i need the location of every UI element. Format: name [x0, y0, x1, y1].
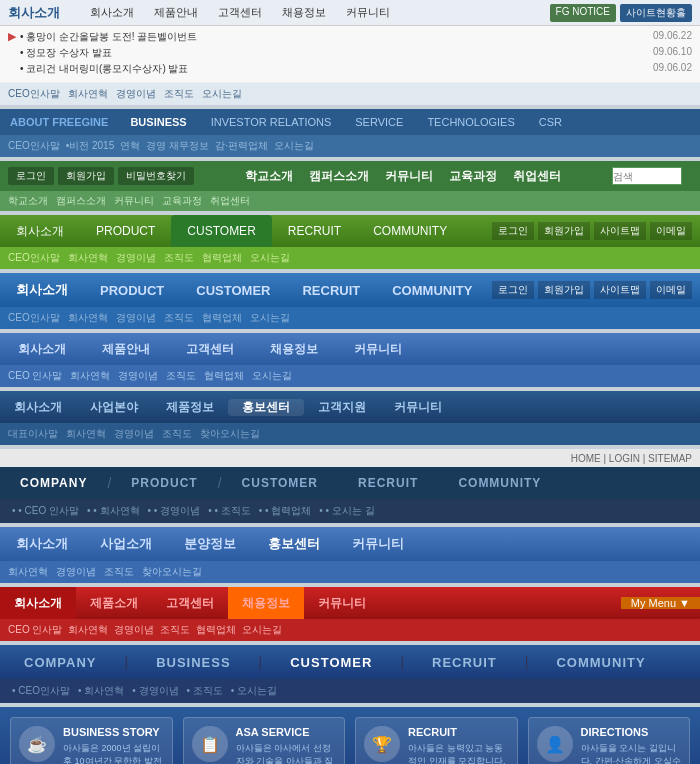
company1-sub-dir[interactable]: 오시는길: [252, 369, 292, 383]
company2-customer[interactable]: CUSTOMER: [222, 476, 338, 490]
about-nav-business[interactable]: BUSINESS: [118, 109, 198, 135]
sub-item-history[interactable]: 회사연혁: [68, 87, 108, 101]
blue1-sitemap-btn[interactable]: 사이트맵: [594, 281, 646, 299]
red-sub-5[interactable]: 오시는길: [242, 623, 282, 637]
company3-sub-0[interactable]: • CEO인사말: [12, 684, 70, 698]
blue1-login-btn[interactable]: 로그인: [492, 281, 534, 299]
company1-sub-partner[interactable]: 협력업체: [204, 369, 244, 383]
green-item-customer[interactable]: CUSTOMER: [171, 215, 271, 247]
company1-sub-org[interactable]: 조직도: [166, 369, 196, 383]
red-product[interactable]: 제품소개: [76, 587, 152, 619]
blue1-register-btn[interactable]: 회원가입: [538, 281, 590, 299]
promo2-sub-0[interactable]: 회사연혁: [8, 565, 48, 579]
promo-company[interactable]: 회사소개: [0, 399, 76, 416]
school-sub-4[interactable]: 교육과정: [162, 194, 202, 208]
company1-community[interactable]: 커뮤니티: [336, 341, 420, 358]
sub-item-ceo[interactable]: CEO인사말: [8, 87, 60, 101]
blue1-sub-dir[interactable]: 오시는길: [250, 311, 290, 325]
nav-item-recruit[interactable]: 채용정보: [272, 5, 336, 20]
promo2-sub-2[interactable]: 조직도: [104, 565, 134, 579]
red-sub-4[interactable]: 협력업체: [196, 623, 236, 637]
notice-title-2[interactable]: • 정모장 수상자 발표: [20, 46, 112, 60]
blue-item-recruit[interactable]: RECRUIT: [286, 283, 376, 298]
company2-sub-1[interactable]: • 회사연혁: [87, 504, 140, 518]
notice-title-3[interactable]: • 코리건 내머링미(롱모지수상자) 발표: [20, 62, 189, 76]
red-company[interactable]: 회사소개: [0, 587, 76, 619]
company2-sub-0[interactable]: • CEO 인사말: [12, 504, 79, 518]
red-mymenu[interactable]: My Menu ▼: [621, 597, 700, 609]
promo-sub-2[interactable]: 경영이념: [114, 427, 154, 441]
blue-item-community[interactable]: COMMUNITY: [376, 283, 488, 298]
blue1-sub-org[interactable]: 조직도: [164, 311, 194, 325]
company1-product[interactable]: 제품안내: [84, 341, 168, 358]
red-customer[interactable]: 고객센터: [152, 587, 228, 619]
promo-sub-1[interactable]: 회사연혁: [66, 427, 106, 441]
blue1-email-btn[interactable]: 이메일: [650, 281, 692, 299]
green-sitemap-btn[interactable]: 사이트맵: [594, 222, 646, 240]
company3-sub-3[interactable]: • 조직도: [187, 684, 223, 698]
about-sub-mgmt[interactable]: 경영 재무정보: [146, 139, 209, 153]
sitemap-btn[interactable]: 사이트현황홀: [620, 4, 692, 22]
about-nav-service[interactable]: SERVICE: [343, 109, 415, 135]
company2-sub-5[interactable]: • 오시는 길: [319, 504, 374, 518]
company1-customer[interactable]: 고객센터: [168, 341, 252, 358]
nav-item-community[interactable]: 커뮤니티: [336, 5, 400, 20]
nav-item-product[interactable]: 제품안내: [144, 5, 208, 20]
promo2-company[interactable]: 회사소개: [0, 535, 84, 553]
register-btn[interactable]: 회원가입: [58, 167, 114, 185]
school-item-community[interactable]: 커뮤니티: [385, 168, 433, 185]
school-sub-1[interactable]: 학교소개: [8, 194, 48, 208]
about-sub-ceo[interactable]: CEO인사말: [8, 139, 60, 153]
company2-community[interactable]: COMMUNITY: [438, 476, 561, 490]
company3-customer[interactable]: CUSTOMER: [266, 655, 396, 670]
school-item-intro[interactable]: 학교소개: [245, 168, 293, 185]
login-btn[interactable]: 로그인: [8, 167, 54, 185]
company1-company[interactable]: 회사소개: [0, 341, 84, 358]
school-search-input[interactable]: [612, 167, 682, 185]
find-pwd-btn[interactable]: 비밀번호찾기: [118, 167, 194, 185]
company3-sub-1[interactable]: • 회사연혁: [78, 684, 124, 698]
nav-item-customer[interactable]: 고객센터: [208, 5, 272, 20]
about-nav-csr[interactable]: CSR: [527, 109, 574, 135]
promo-promo[interactable]: 홍보센터: [228, 399, 304, 416]
green-item-recruit[interactable]: RECRUIT: [272, 215, 357, 247]
blue1-sub-ceo[interactable]: CEO인사말: [8, 311, 60, 325]
promo-sub-4[interactable]: 찾아오시는길: [200, 427, 260, 441]
green-sub-history[interactable]: 회사연혁: [68, 251, 108, 265]
promo-support[interactable]: 고객지원: [304, 399, 380, 416]
school-sub-5[interactable]: 취업센터: [210, 194, 250, 208]
company3-sub-2[interactable]: • 경영이념: [132, 684, 178, 698]
green-item-product[interactable]: PRODUCT: [80, 215, 171, 247]
school-item-job[interactable]: 취업센터: [513, 168, 561, 185]
blue1-sub-history[interactable]: 회사연혁: [68, 311, 108, 325]
company3-sub-4[interactable]: • 오시는길: [231, 684, 277, 698]
promo2-promo[interactable]: 홍보센터: [252, 535, 336, 553]
green-sub-partner[interactable]: 협력업체: [202, 251, 242, 265]
promo-sub-0[interactable]: 대표이사말: [8, 427, 58, 441]
company3-recruit[interactable]: RECRUIT: [408, 655, 521, 670]
red-sub-0[interactable]: CEO 인사말: [8, 623, 62, 637]
green-item-company[interactable]: 회사소개: [0, 215, 80, 247]
blue-item-customer[interactable]: CUSTOMER: [180, 283, 286, 298]
sub-item-management[interactable]: 경영이념: [116, 87, 156, 101]
about-sub-history[interactable]: 연혁: [120, 139, 140, 153]
promo2-community[interactable]: 커뮤니티: [336, 535, 420, 553]
company2-product[interactable]: PRODUCT: [111, 476, 217, 490]
red-community[interactable]: 커뮤니티: [304, 587, 380, 619]
sub-item-directions[interactable]: 오시는길: [202, 87, 242, 101]
school-item-course[interactable]: 교육과정: [449, 168, 497, 185]
blue-item-company[interactable]: 회사소개: [0, 281, 84, 299]
green-sub-dir[interactable]: 오시는길: [250, 251, 290, 265]
company1-sub-ceo[interactable]: CEO 인사말: [8, 369, 62, 383]
company1-sub-history[interactable]: 회사연혁: [70, 369, 110, 383]
green-sub-ceo[interactable]: CEO인사말: [8, 251, 60, 265]
promo-community[interactable]: 커뮤니티: [380, 399, 456, 416]
sub-item-org[interactable]: 조직도: [164, 87, 194, 101]
green-login-btn[interactable]: 로그인: [492, 222, 534, 240]
green-email-btn[interactable]: 이메일: [650, 222, 692, 240]
blue-item-product[interactable]: PRODUCT: [84, 283, 180, 298]
red-sub-3[interactable]: 조직도: [160, 623, 190, 637]
green-item-community[interactable]: COMMUNITY: [357, 215, 463, 247]
promo-sub-3[interactable]: 조직도: [162, 427, 192, 441]
green-sub-mgmt[interactable]: 경영이념: [116, 251, 156, 265]
